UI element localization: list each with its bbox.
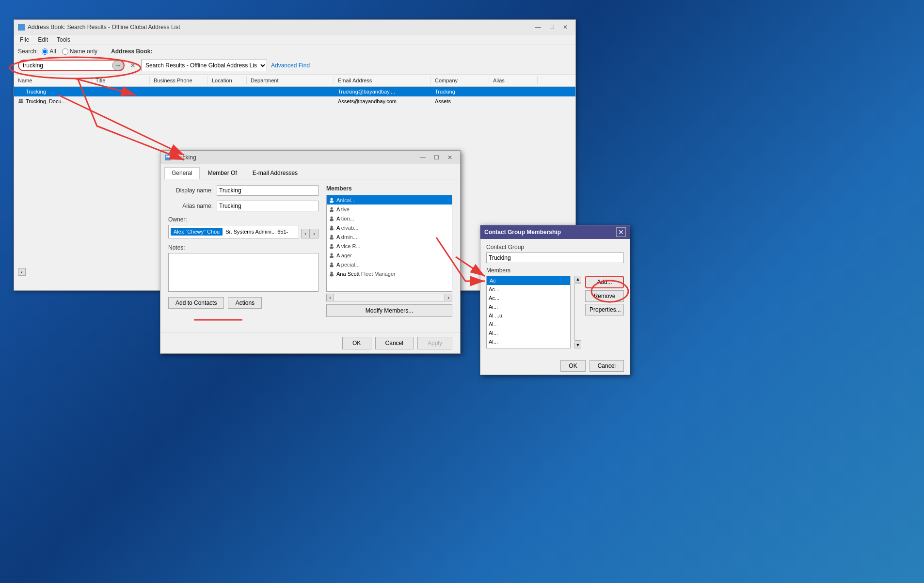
col-header-company[interactable]: Company xyxy=(431,77,489,84)
maximize-button[interactable]: ☐ xyxy=(545,22,558,32)
radio-name-only-label[interactable]: Name only xyxy=(62,48,97,55)
svg-point-1 xyxy=(21,89,23,91)
menu-edit[interactable]: Edit xyxy=(34,35,52,44)
advanced-find-link[interactable]: Advanced Find xyxy=(271,62,310,69)
search-input[interactable] xyxy=(18,60,125,71)
cgm-cancel-button[interactable]: Cancel xyxy=(589,360,624,372)
radio-all-label[interactable]: All xyxy=(42,48,56,55)
menu-tools[interactable]: Tools xyxy=(53,35,74,44)
members-scroll-left[interactable]: ‹ xyxy=(326,294,334,301)
members-scroll-right[interactable]: › xyxy=(445,294,452,301)
cgm-scrollbar: ▲ ▼ xyxy=(574,276,581,348)
col-header-email[interactable]: Email Address xyxy=(334,77,431,84)
toolbar-row2: → ✕ Search Results - Offline Global Addr… xyxy=(18,60,572,71)
owner-nav: ‹ › xyxy=(301,229,319,238)
result-email-trucking-docs: Assets@bayandbay.com xyxy=(334,98,431,104)
list-item[interactable]: A tion... xyxy=(327,214,452,223)
tab-email-addresses[interactable]: E-mail Addresses xyxy=(245,167,305,179)
list-item[interactable]: A pecial... xyxy=(327,260,452,269)
svg-point-14 xyxy=(330,209,334,212)
contact-group-membership-dialog: Contact Group Membership ✕ Contact Group… xyxy=(480,225,630,375)
apply-button[interactable]: Apply xyxy=(417,337,452,349)
list-item[interactable]: Al... xyxy=(487,337,570,346)
cgm-members-label: Members xyxy=(486,267,624,274)
list-item[interactable]: Ac xyxy=(487,276,570,285)
col-header-phone[interactable]: Business Phone xyxy=(150,77,208,84)
list-item[interactable]: A ager xyxy=(327,251,452,260)
radio-all[interactable] xyxy=(42,48,48,55)
list-item[interactable]: Al ...u xyxy=(487,311,570,320)
cgm-properties-button[interactable]: Properties... xyxy=(585,304,624,315)
ok-button[interactable]: OK xyxy=(342,337,371,349)
add-to-contacts-button[interactable]: Add to Contacts xyxy=(168,297,224,309)
display-name-input[interactable] xyxy=(217,185,319,196)
tab-general[interactable]: General xyxy=(164,167,200,179)
search-label: Search: xyxy=(18,48,38,55)
search-go-button[interactable]: → xyxy=(112,61,124,70)
minimize-button[interactable]: — xyxy=(532,22,544,32)
address-book-section-label: Address Book: xyxy=(111,48,152,55)
trucking-minimize-btn[interactable]: — xyxy=(416,153,429,162)
svg-point-10 xyxy=(168,156,170,158)
cgm-add-button[interactable]: Add... xyxy=(585,276,624,288)
col-header-department[interactable]: Department xyxy=(247,77,334,84)
cancel-button[interactable]: Cancel xyxy=(375,337,414,349)
alias-name-input[interactable] xyxy=(217,201,319,211)
svg-point-16 xyxy=(330,219,334,221)
close-button[interactable]: ✕ xyxy=(559,22,572,32)
list-item[interactable]: Ac... xyxy=(487,285,570,294)
cgm-ok-button[interactable]: OK xyxy=(560,360,585,372)
svg-point-12 xyxy=(330,200,334,203)
member-icon xyxy=(329,197,335,203)
tab-member-of[interactable]: Member Of xyxy=(201,167,244,179)
list-item[interactable]: A vice R... xyxy=(327,241,452,251)
modify-members-button[interactable]: Modify Members... xyxy=(326,304,452,317)
address-book-dropdown[interactable]: Search Results - Offline Global Address … xyxy=(141,60,267,71)
member-icon xyxy=(329,262,335,268)
search-input-container: → xyxy=(18,60,125,71)
search-clear-button[interactable]: ✕ xyxy=(128,61,137,70)
svg-point-25 xyxy=(331,262,333,265)
actions-button[interactable]: Actions xyxy=(228,297,262,309)
list-item[interactable]: Ai... xyxy=(487,302,570,311)
list-item[interactable]: Al... xyxy=(487,329,570,337)
display-name-row: Display name: xyxy=(168,185,319,196)
column-headers: Name Title Business Phone Location Depar… xyxy=(14,75,575,87)
owner-prev-btn[interactable]: ‹ xyxy=(301,229,310,238)
svg-point-23 xyxy=(331,253,333,255)
cgm-scroll-down[interactable]: ▼ xyxy=(574,342,581,348)
col-header-alias[interactable]: Alias xyxy=(489,77,538,84)
cgm-contact-group-input[interactable] xyxy=(486,252,624,263)
cgm-remove-button[interactable]: Remove xyxy=(585,290,624,302)
col-header-name[interactable]: Name xyxy=(14,77,92,84)
cgm-close-button[interactable]: ✕ xyxy=(616,227,626,237)
alias-name-label: Alias name: xyxy=(168,203,217,209)
list-item[interactable]: Ana Scott Fleet Manager xyxy=(327,269,452,278)
list-item[interactable]: Aly.......... xyxy=(487,346,570,348)
col-header-location[interactable]: Location xyxy=(208,77,247,84)
trucking-close-btn[interactable]: ✕ xyxy=(444,153,456,162)
col-header-title[interactable]: Title xyxy=(92,77,150,84)
list-item[interactable]: A dmin... xyxy=(327,232,452,241)
member-icon xyxy=(329,252,335,258)
table-row[interactable]: Trucking Trucking@bayandbay.... Trucking xyxy=(14,87,575,96)
list-item[interactable]: A eivab... xyxy=(327,223,452,232)
list-item[interactable]: Ac... xyxy=(487,294,570,302)
svg-point-9 xyxy=(166,156,168,158)
list-item[interactable]: Anical... xyxy=(327,195,452,205)
menu-file[interactable]: File xyxy=(16,35,33,44)
trucking-titlebar-left: Trucking xyxy=(164,154,196,161)
list-item[interactable]: A tive xyxy=(327,205,452,214)
notes-textarea[interactable] xyxy=(168,253,319,292)
svg-point-0 xyxy=(19,89,21,91)
svg-point-22 xyxy=(330,246,334,249)
radio-name-only[interactable] xyxy=(62,48,68,55)
dialog-left-panel: Display name: Alias name: Owner: Alex "C… xyxy=(168,185,319,317)
svg-point-5 xyxy=(21,99,23,101)
cgm-scroll-up[interactable]: ▲ xyxy=(574,276,581,283)
trucking-maximize-btn[interactable]: ☐ xyxy=(430,153,443,162)
list-item[interactable]: Al... xyxy=(487,320,570,329)
table-row[interactable]: Trucking_Docu... Assets@bayandbay.com As… xyxy=(14,96,575,106)
owner-next-btn[interactable]: › xyxy=(310,229,319,238)
scroll-left-button[interactable]: ‹ xyxy=(18,268,26,276)
